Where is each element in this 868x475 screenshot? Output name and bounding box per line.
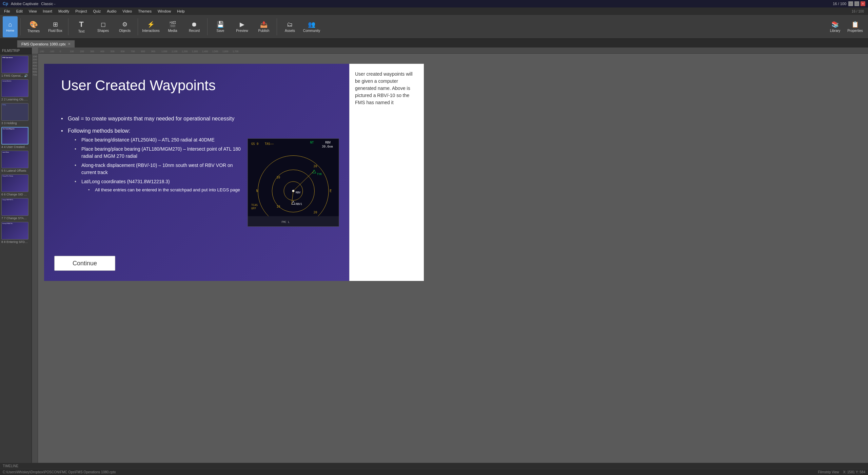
home-button[interactable]: ⌂ Home — [3, 16, 18, 37]
ruler-tick: 900 — [151, 50, 161, 53]
svg-rect-0 — [248, 139, 339, 226]
theme-indicator: Classic - — [41, 2, 55, 6]
slide-thumb-img-6: Change SID or Runway — [1, 174, 28, 192]
ruler-v-tick: 400 — [32, 64, 38, 67]
ruler-tick: 1,500 — [212, 50, 222, 53]
slide-8-label: 8 8 Entering SFD/ALT Ret... — [1, 240, 28, 244]
publish-icon: 📤 — [260, 21, 268, 28]
menu-video[interactable]: Video — [120, 8, 135, 14]
sub-bullet-4: Lat/Long coordinates (N4731.8W12218.3) A… — [75, 178, 248, 193]
slide-thumb-3[interactable]: Holding 3 3 Holding — [1, 103, 30, 125]
slide-canvas: User Created Waypoints Goal = to create … — [44, 64, 868, 281]
preview-button[interactable]: ▶ Preview — [232, 16, 252, 37]
ruler-tick: 1,600 — [222, 50, 233, 53]
canvas-scroll[interactable]: User Created Waypoints Goal = to create … — [44, 54, 868, 463]
slide-thumb-2[interactable]: Learning Objectives 2 2 Learning Ob... 🔊 — [1, 79, 30, 101]
assets-button[interactable]: 🗂 Assets — [280, 16, 300, 37]
slide-thumb-img-1: FMS Operations — [1, 56, 28, 73]
save-button[interactable]: 💾 Save — [210, 16, 231, 37]
window-controls[interactable]: – □ × — [848, 1, 865, 6]
ruler-v-tick: 300 — [32, 61, 38, 64]
deep-bullet-1: All these entries can be entered in the … — [88, 187, 248, 193]
slide-title: User Created Waypoints — [61, 77, 216, 94]
menu-file[interactable]: File — [1, 8, 13, 14]
status-bar-right: Filmstrip View X: 1581 Y: 584 — [818, 470, 865, 474]
bullet-item-1: Goal = to create waypoints that may need… — [61, 115, 248, 123]
title-bar-right: 16 / 100 – □ × — [833, 1, 865, 6]
svg-text:TAS——: TAS—— — [265, 142, 274, 146]
text-button[interactable]: T Text — [71, 16, 92, 37]
tab-close-button[interactable]: ✕ — [68, 42, 71, 46]
slide-thumb-6[interactable]: Change SID or Runway 6 6 Change SID or R… — [1, 174, 30, 196]
toolbar-separator-1 — [20, 18, 21, 35]
menu-themes[interactable]: Themes — [135, 8, 154, 14]
toolbar-separator-2 — [68, 18, 68, 35]
svg-text:N: N — [256, 189, 258, 193]
ruler-tick: 700 — [131, 50, 141, 53]
zoom-display: 16 / 100 — [852, 10, 864, 13]
tab-fms-ops[interactable]: FMS Operations 1080.cptx ✕ — [17, 40, 75, 48]
svg-text:E: E — [330, 189, 332, 193]
properties-panel-button[interactable]: 📋 Properties — [845, 16, 865, 37]
svg-text:39.6nm: 39.6nm — [322, 145, 333, 148]
continue-button[interactable]: Continue — [54, 256, 115, 271]
themes-button[interactable]: 🎨 Themes — [23, 16, 44, 37]
title-bar-left: Cp Adobe Captivate Classic - — [3, 1, 56, 6]
maximize-button[interactable]: □ — [854, 1, 859, 6]
slide-thumb-8[interactable]: Entering SFD/ALT Ret... 8 8 Entering SFD… — [1, 222, 30, 244]
media-button[interactable]: 🎬 Media — [162, 16, 183, 37]
menu-quiz[interactable]: Quiz — [91, 8, 104, 14]
slide-thumb-7[interactable]: Change STAR PROF D... 7 7 Change STAR, P… — [1, 198, 30, 220]
ruler-v-tick: 700 — [32, 73, 38, 76]
themes-label: Themes — [27, 29, 40, 33]
ruler-tick: -100 — [50, 50, 60, 53]
interactions-icon: ⚡ — [147, 21, 155, 28]
ruler-tick: 500 — [111, 50, 121, 53]
svg-text:RBV: RBV — [296, 191, 301, 194]
objects-button[interactable]: ⚙ Objects — [115, 16, 135, 37]
shapes-button[interactable]: ◻ Shapes — [93, 16, 113, 37]
menu-view[interactable]: View — [26, 8, 40, 14]
shapes-icon: ◻ — [101, 21, 106, 28]
minimize-button[interactable]: – — [848, 1, 853, 6]
menu-help[interactable]: Help — [174, 8, 188, 14]
ruler-v-tick: 500 — [32, 67, 38, 70]
ruler-tick: 1,400 — [202, 50, 212, 53]
preview-label: Preview — [236, 29, 248, 33]
svg-text:TYR: TYR — [317, 173, 322, 176]
menu-insert[interactable]: Insert — [40, 8, 55, 14]
ruler-tick: 1,100 — [172, 50, 182, 53]
menu-project[interactable]: Project — [73, 8, 90, 14]
sub-bullet-3: Along-track displacement (RBV/-10) – 10n… — [75, 162, 248, 176]
slide-6-label: 6 6 Change SID or Runway — [1, 193, 28, 196]
fluid-box-button[interactable]: ⊞ Fluid Box — [45, 16, 65, 37]
slide-thumb-img-2: Learning Objectives — [1, 79, 28, 97]
themes-icon: 🎨 — [29, 20, 38, 28]
interactions-label: Interactions — [142, 29, 160, 33]
interactions-button[interactable]: ⚡ Interactions — [141, 16, 161, 37]
coordinates: X: 1581 Y: 584 — [843, 470, 865, 474]
slide-7-label: 7 7 Change STAR, PROF D... — [1, 216, 28, 220]
shapes-label: Shapes — [97, 29, 109, 33]
close-button[interactable]: × — [861, 1, 865, 6]
menu-window[interactable]: Window — [155, 8, 174, 14]
ruler-v-tick: 600 — [32, 70, 38, 73]
slide-thumb-4[interactable]: User Created Waypoints 4 4 User Created … — [1, 127, 30, 149]
menu-edit[interactable]: Edit — [14, 8, 25, 14]
menu-modify[interactable]: Modify — [56, 8, 72, 14]
library-panel-button[interactable]: 📚 Library — [827, 16, 844, 37]
slide-thumb-5[interactable]: Lateral Offsets 5 5 Lateral Offsets — [1, 151, 30, 172]
home-label: Home — [6, 29, 14, 32]
slide-thumb-img-3: Holding — [1, 103, 28, 121]
slide-4-label: 4 4 User Created Waypoints — [1, 145, 28, 149]
canvas-area: -200 -100 0 100 200 300 400 500 600 700 … — [32, 48, 868, 463]
svg-text:NT: NT — [310, 141, 314, 144]
menu-audio[interactable]: Audio — [104, 8, 119, 14]
publish-button[interactable]: 📤 Publish — [254, 16, 274, 37]
community-button[interactable]: 👥 Community — [301, 16, 322, 37]
filmstrip-header: FILMSTRIP — [0, 48, 32, 54]
slide-thumb-1[interactable]: FMS Operations 1 FMS Operat... 🔊 — [1, 56, 30, 77]
record-button[interactable]: ⏺ Record — [184, 16, 204, 37]
ruler-v-tick: 200 — [32, 58, 38, 61]
community-icon: 👥 — [308, 21, 315, 28]
